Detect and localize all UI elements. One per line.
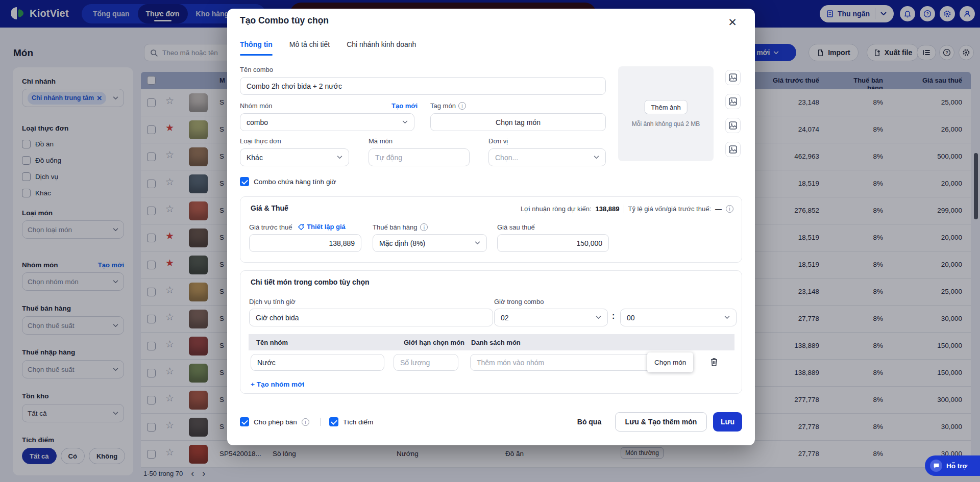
pre-tax-price-label: Giá trước thuế [249, 223, 292, 231]
ratio-label: Tỷ lệ giá vốn/giá trước thuế: [628, 205, 711, 213]
modal-title: Tạo Combo tùy chọn [240, 15, 329, 26]
profit-label: Lợi nhuận ròng dự kiến: [521, 205, 592, 213]
add-group-link[interactable]: + Tạo nhóm mới [251, 380, 304, 388]
group-name-input[interactable] [257, 359, 378, 367]
chevron-down-icon [402, 120, 408, 124]
divider [320, 418, 321, 426]
allow-sell-checkbox[interactable]: Cho phép bán i [240, 417, 309, 426]
profit-info: Lợi nhuận ròng dự kiến: 138,889 Tỷ lệ gi… [521, 205, 733, 213]
save-button[interactable]: Lưu [713, 412, 742, 432]
select-placeholder: Chọn... [495, 154, 594, 162]
upload-hint: Mỗi ảnh không quá 2 MB [618, 120, 714, 128]
sales-tax-select[interactable]: Mặc định (8%) [373, 234, 487, 252]
dish-code-field[interactable] [369, 148, 470, 166]
combo-hours-label: Giờ trong combo [494, 298, 544, 306]
group-grid-header: Tên nhóm Giới hạn chọn món Danh sách món [249, 334, 734, 350]
combo-name-field[interactable] [240, 77, 606, 95]
panel-title: Chi tiết món trong combo tùy chọn [251, 278, 370, 286]
pre-tax-price-field[interactable] [249, 234, 361, 252]
menu-type-select[interactable]: Khác [240, 148, 349, 166]
tab-mo-ta[interactable]: Mô tả chi tiết [289, 40, 330, 56]
modal-tabs: Thông tin Mô tả chi tiết Chi nhánh kinh … [240, 40, 416, 56]
price-setup-link[interactable]: Thiết lập giá [298, 223, 346, 231]
price-tag-icon [298, 223, 305, 231]
tab-chi-nhanh[interactable]: Chi nhánh kinh doanh [347, 40, 416, 56]
minutes-select[interactable]: 00 [620, 309, 737, 326]
create-combo-modal: Tạo Combo tùy chọn ✕ Thông tin Mô tả chi… [227, 9, 755, 445]
dish-group-select[interactable]: combo [240, 113, 414, 131]
support-label: Hỗ trợ [946, 462, 967, 470]
info-icon: i [420, 223, 428, 231]
grid-col-group-name: Tên nhóm [256, 339, 288, 346]
sales-tax-label: Thuế bán hàng i [373, 223, 428, 231]
hours-select[interactable]: 02 [494, 309, 608, 326]
pre-tax-price-input[interactable] [256, 239, 355, 247]
chevron-down-icon [594, 156, 599, 159]
post-tax-price-input[interactable] [504, 239, 602, 247]
tag-select-field[interactable]: Chọn tag món [430, 113, 606, 131]
earn-points-checkbox[interactable]: Tích điểm [329, 417, 373, 426]
chevron-down-icon [475, 241, 480, 245]
tag-label: Tag món i [430, 102, 466, 110]
close-icon[interactable]: ✕ [725, 15, 740, 30]
tab-thong-tin[interactable]: Thông tin [240, 40, 273, 56]
image-slot-button-3[interactable] [725, 118, 741, 133]
grid-col-items: Danh sách món [471, 339, 521, 346]
image-slot-button-2[interactable] [725, 94, 741, 109]
checkbox-label: Combo chứa hàng tính giờ [254, 178, 336, 186]
post-tax-price-field[interactable] [497, 234, 609, 252]
tag-placeholder: Chọn tag món [496, 118, 541, 126]
dish-code-input[interactable] [375, 154, 463, 162]
divider [624, 205, 624, 213]
chevron-down-icon [724, 316, 730, 319]
combo-detail-panel: Chi tiết món trong combo tùy chọn Dịch v… [240, 270, 742, 394]
create-new-group-link[interactable]: Tạo mới [391, 102, 418, 110]
image-slot-button-1[interactable] [725, 70, 741, 85]
post-tax-price-label: Giá sau thuế [497, 223, 535, 231]
dish-code-label: Mã món [369, 137, 393, 145]
image-icon [728, 145, 738, 154]
combo-name-input[interactable] [247, 82, 599, 90]
image-slot-button-4[interactable] [725, 142, 741, 157]
timed-service-label: Dịch vụ tính giờ [249, 298, 296, 306]
profit-value: 138,889 [596, 205, 620, 213]
checked-checkbox [329, 417, 338, 426]
timed-service-field[interactable] [249, 309, 493, 326]
group-limit-field[interactable] [394, 354, 458, 371]
grid-col-limit: Giới hạn chọn món [404, 339, 464, 346]
select-value: Khác [247, 154, 337, 162]
select-value: Mặc định (8%) [379, 239, 475, 247]
timed-combo-checkbox[interactable]: Combo chứa hàng tính giờ [240, 177, 336, 186]
price-tax-panel: Giá & Thuế Lợi nhuận ròng dự kiến: 138,8… [240, 196, 742, 263]
checkbox-label: Cho phép bán [254, 418, 297, 426]
dish-group-label: Nhóm món [240, 102, 273, 110]
group-name-field[interactable] [251, 354, 384, 371]
trash-icon[interactable] [709, 357, 719, 369]
save-and-new-button[interactable]: Lưu & Tạo thêm món [615, 412, 707, 432]
chevron-down-icon [596, 316, 601, 319]
select-value: 00 [627, 314, 724, 322]
chevron-down-icon [337, 156, 342, 159]
checkbox-label: Tích điểm [343, 418, 373, 426]
add-image-button[interactable]: Thêm ảnh [644, 100, 688, 114]
combo-name-label: Tên combo [240, 66, 273, 73]
select-value: 02 [501, 314, 596, 322]
choose-items-button[interactable]: Chọn món [647, 352, 693, 372]
image-icon [728, 97, 738, 106]
image-upload-box[interactable]: Thêm ảnh Mỗi ảnh không quá 2 MB [618, 66, 714, 161]
unit-select[interactable]: Chọn... [488, 148, 606, 166]
panel-title: Giá & Thuế [251, 204, 288, 212]
support-button[interactable]: Hỗ trợ [925, 455, 980, 476]
unit-label: Đơn vị [488, 137, 508, 145]
group-limit-input[interactable] [400, 359, 452, 367]
price-setup-label: Thiết lập giá [307, 223, 346, 231]
image-icon [728, 73, 738, 82]
timed-service-input[interactable] [256, 314, 486, 322]
image-icon [728, 121, 738, 130]
skip-button[interactable]: Bỏ qua [570, 412, 608, 432]
ratio-value: — [715, 205, 722, 213]
info-icon: i [726, 205, 733, 213]
info-icon: i [302, 418, 309, 426]
select-value: combo [247, 118, 402, 126]
time-colon: : [612, 312, 615, 321]
